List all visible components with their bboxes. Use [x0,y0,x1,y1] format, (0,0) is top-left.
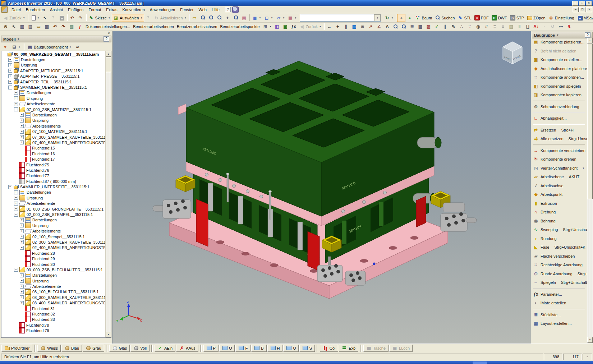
tree-item-darstellungen[interactable]: +Darstellungen [1,90,105,96]
expand-icon[interactable]: + [20,119,24,123]
measure-button[interactable]: ▭ [190,14,199,22]
tree-item-ursprung[interactable]: +Ursprung [1,195,105,201]
browser-header[interactable]: Modell ▼ ? [1,36,111,42]
panel-item-imate-erstellen[interactable]: ◐iMate erstellen [532,299,587,308]
expand-icon[interactable]: + [20,273,24,277]
dimension-width-button[interactable]: ↔ [325,23,334,31]
menu-fenster[interactable]: Fenster [178,7,196,13]
spreadsheet-button[interactable]: ▦ [43,23,51,31]
tree-item-02-400-sammler-anfertigungsteile-3531115-1[interactable]: +02_400_SAMMLER_ANFERTIGUNGSTEILE_353111… [1,245,105,250]
view-combo-dropdown-icon[interactable]: ▼ [374,14,381,21]
pen-style-button[interactable]: ✎ [449,23,458,31]
scroll-up-icon[interactable]: ▲ [587,38,593,43]
tree-item-fluchtend-78[interactable]: Fluchtend:78 [1,322,105,328]
document-settings-button[interactable]: Dokumenteinstellungen... [84,23,132,31]
macro-glas-button[interactable]: Glas [109,345,130,352]
view-combo[interactable]: ▼ [300,14,381,22]
pan-button[interactable]: + [224,14,232,22]
tree-item-02-300-sammler-kaufteile-3531115-1[interactable]: +02_300_SAMMLER_KAUFTEILE_3531115:1 [1,239,105,245]
hidden-edge-display-button[interactable]: ◻▼ [263,14,275,22]
update-button[interactable]: ↻Aktualisieren▼ [152,14,188,22]
panel-item-schraubenverbindung[interactable]: ⊕Schraubenverbindung [532,102,587,111]
panel-item-komponenten-kopieren[interactable]: ◨Komponenten kopieren [532,91,587,100]
expand-icon[interactable]: + [20,290,24,294]
expand-icon[interactable]: + [20,113,24,117]
save-button[interactable] [58,14,66,22]
parallel-constraint-button[interactable]: ∥ [441,23,449,31]
layer-overlap-button[interactable]: ◧ [273,23,281,31]
macro-grau-button[interactable]: Grau [83,345,104,352]
tree-scrollbar[interactable]: ▲ ▼ [105,51,111,337]
orbit-button[interactable]: ↻▼ [383,14,395,22]
macro-b-button[interactable]: B [251,345,266,352]
sort-az-button[interactable]: A↓ [532,23,540,31]
minimize-button[interactable]: – [572,1,578,6]
expand-icon[interactable]: + [14,207,18,211]
tree-item-arbeitselemente[interactable]: +Arbeitselemente [1,123,105,129]
camera-view-button[interactable]: ◙ [358,23,367,31]
collapse-icon[interactable]: − [8,86,12,89]
expand-icon[interactable]: + [14,96,18,100]
filter-button[interactable]: ▼ [1,43,9,51]
panel-item-arbeitsebene[interactable]: ▱ArbeitsebeneAKUT [532,172,587,181]
browser-help-button[interactable]: ? [104,36,109,42]
panel-item-arbeitspunkt[interactable]: ◆Arbeitspunkt [532,190,587,199]
tree-item-fluchtend-75[interactable]: Fluchtend:75 [1,162,105,167]
menu-hilfe[interactable]: Hilfe [209,7,222,13]
note-button[interactable]: ▭ [35,23,43,31]
tree-item-02-000-zsb-stempel-3531115-1[interactable]: −02_000_ZSB_STEMPEL__3531115:1 [1,212,105,217]
tree-item-fluchtend-29[interactable]: Fluchtend:29 [1,256,105,261]
dropdown-arrow-icon[interactable]: ▼ [108,17,110,19]
menu-format[interactable]: Format [86,7,104,13]
view-selector-button[interactable]: ▤Baugruppenansicht▼ [26,43,73,51]
dimension-cross-button[interactable]: + [334,23,342,31]
macro-exp-button[interactable]: Exp [339,345,358,352]
back-button[interactable]: ◀Zurück▼ [1,14,27,22]
clamp-u-button[interactable]: ∐ [524,23,532,31]
expand-icon[interactable]: + [8,74,12,78]
macro-s-button[interactable]: S [299,345,314,352]
look-at-button[interactable]: ▤ [240,14,248,22]
tree-item-arbeitselemente[interactable]: +Arbeitselemente [1,201,105,206]
insert-image-button[interactable]: ▧ [68,23,76,31]
tree-item-03-100-blechhalter-3531115-1[interactable]: +03_100_BLECHHALTER__3531115:1 [1,289,105,295]
hole-table-button[interactable]: ≣ [408,23,416,31]
tree-item-fluchtend-17[interactable]: Fluchtend:17 [1,156,105,162]
tree-item-fluchtend-33[interactable]: Fluchtend:33 [1,317,105,322]
macro-blau-button[interactable]: Blau [61,345,82,352]
panel-item-alle-ersetzen[interactable]: ⇉Alle ersetzenStrg+Umschalt+H [532,134,587,143]
zoom-selected-button[interactable] [232,14,240,22]
search-button[interactable]: Suchen [433,14,456,22]
panel-item-sweeping[interactable]: ∿SweepingStrg+Umschalt+S [532,225,587,234]
macro-h-button[interactable]: H [267,345,283,352]
panel-item-abh-ngigkeit[interactable]: ∟Abhängigkeit... [532,114,587,123]
stp-export-button[interactable]: SSTP [509,14,525,22]
expand-icon[interactable]: + [8,58,12,62]
stl-export-button[interactable]: ✎STL [456,14,473,22]
parameters-fx-button[interactable]: ƒx [289,23,298,31]
tree-item-07-400-sammler-anfertigungsteile-3531115-1[interactable]: +07_400_SAMMLER_ANFERTIGUNGSTEILE_353111… [1,140,105,145]
menu-anwendungen[interactable]: Anwendungen [147,7,178,13]
expand-icon[interactable]: + [8,63,12,67]
macro-u-button[interactable]: U [283,345,299,352]
screen-layout-button[interactable]: ▥ [18,23,26,31]
tree-item-darstellungen[interactable]: +Darstellungen [1,273,105,278]
panel-item-extrusion[interactable]: ▮Extrusion [532,199,587,208]
panel-item-rundung[interactable]: ◗Rundung [532,234,587,243]
tree-item-ursprung[interactable]: +Ursprung [1,118,105,123]
spray-points-button[interactable]: ∴ [458,23,466,31]
expand-icon[interactable]: + [14,202,18,206]
panel-item-spiegeln[interactable]: ⇔SpiegelnStrg+Umschalt+M [532,278,587,287]
scroll-thumb[interactable] [106,57,111,72]
mdi-minimize-button[interactable]: – [573,7,579,12]
select-pointer-button[interactable]: ↖ [41,14,49,22]
expand-icon[interactable]: + [8,80,12,84]
sketch-button[interactable]: ✎Skizze▼ [87,14,112,22]
expand-icon[interactable]: + [20,295,24,299]
zopen-button[interactable]: ZOpen [525,14,547,22]
hatch-lines-button[interactable]: ∥ [342,23,350,31]
undo-button[interactable]: ↶ [68,14,77,22]
panel-item-komponente-platzieren[interactable]: ▤Komponente platzieren... [532,38,587,47]
tree-item-sammler-unterseite-3531115-1[interactable]: −SAMMLER_UNTERSEITE__3531115:1 [1,184,105,189]
expand-icon[interactable]: + [20,224,24,227]
